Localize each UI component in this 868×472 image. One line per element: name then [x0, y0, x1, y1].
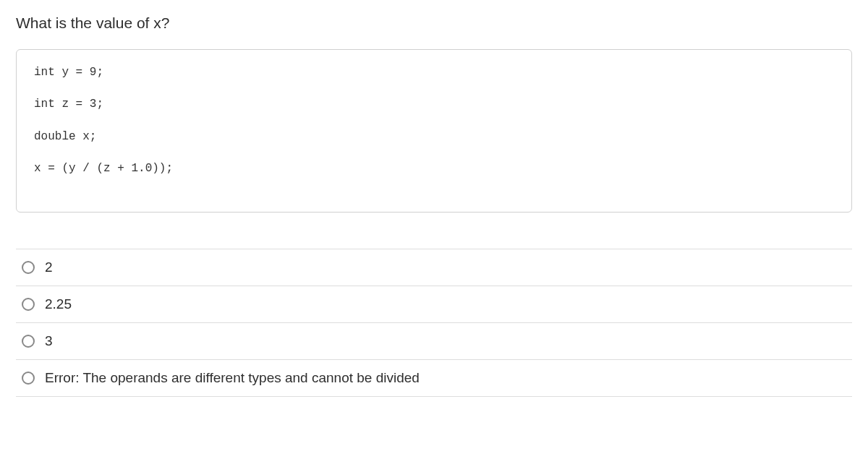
code-line: int y = 9; [34, 64, 834, 80]
radio-icon [22, 298, 35, 311]
option-2[interactable]: 2.25 [16, 286, 852, 323]
radio-icon [22, 372, 35, 385]
option-1[interactable]: 2 [16, 249, 852, 286]
radio-icon [22, 261, 35, 274]
option-label: Error: The operands are different types … [45, 370, 420, 386]
code-block: int y = 9; int z = 3; double x; x = (y /… [16, 49, 852, 213]
question-title: What is the value of x? [16, 14, 852, 32]
radio-icon [22, 335, 35, 348]
code-line: int z = 3; [34, 96, 834, 112]
option-label: 3 [45, 333, 53, 349]
code-line: double x; [34, 129, 834, 145]
option-3[interactable]: 3 [16, 323, 852, 360]
option-label: 2.25 [45, 296, 72, 312]
code-line: x = (y / (z + 1.0)); [34, 160, 834, 176]
option-4[interactable]: Error: The operands are different types … [16, 360, 852, 397]
option-label: 2 [45, 259, 53, 275]
answer-options: 2 2.25 3 Error: The operands are differe… [16, 249, 852, 397]
